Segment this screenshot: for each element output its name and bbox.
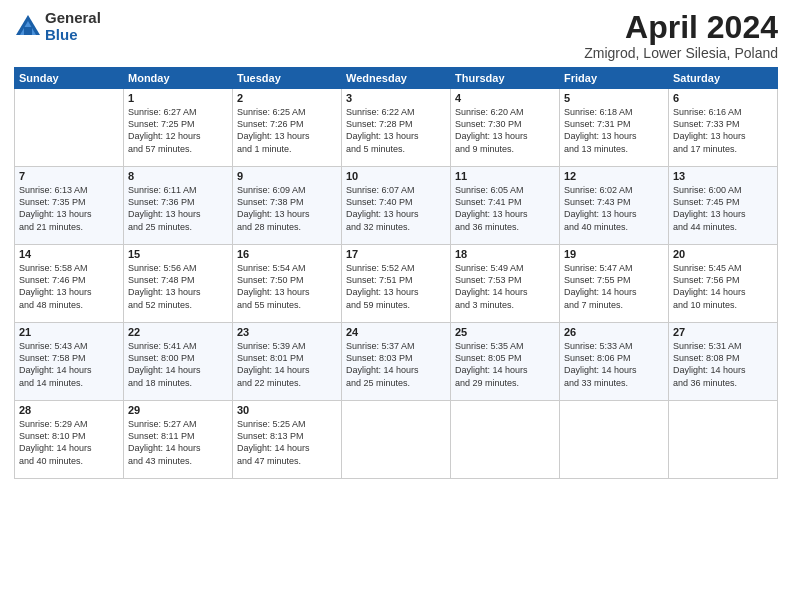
calendar-header-row: SundayMondayTuesdayWednesdayThursdayFrid…: [15, 68, 778, 89]
cell-info: Sunrise: 6:25 AM Sunset: 7:26 PM Dayligh…: [237, 106, 337, 155]
calendar-cell: 1Sunrise: 6:27 AM Sunset: 7:25 PM Daylig…: [124, 89, 233, 167]
day-number: 13: [673, 170, 773, 182]
cell-info: Sunrise: 5:37 AM Sunset: 8:03 PM Dayligh…: [346, 340, 446, 389]
calendar-cell: [669, 401, 778, 479]
calendar-cell: 29Sunrise: 5:27 AM Sunset: 8:11 PM Dayli…: [124, 401, 233, 479]
day-header-wednesday: Wednesday: [342, 68, 451, 89]
day-header-friday: Friday: [560, 68, 669, 89]
calendar-cell: 26Sunrise: 5:33 AM Sunset: 8:06 PM Dayli…: [560, 323, 669, 401]
day-number: 17: [346, 248, 446, 260]
cell-info: Sunrise: 5:29 AM Sunset: 8:10 PM Dayligh…: [19, 418, 119, 467]
calendar-cell: 16Sunrise: 5:54 AM Sunset: 7:50 PM Dayli…: [233, 245, 342, 323]
cell-info: Sunrise: 6:27 AM Sunset: 7:25 PM Dayligh…: [128, 106, 228, 155]
calendar-cell: 15Sunrise: 5:56 AM Sunset: 7:48 PM Dayli…: [124, 245, 233, 323]
cell-info: Sunrise: 5:54 AM Sunset: 7:50 PM Dayligh…: [237, 262, 337, 311]
day-number: 6: [673, 92, 773, 104]
cell-info: Sunrise: 6:09 AM Sunset: 7:38 PM Dayligh…: [237, 184, 337, 233]
cell-info: Sunrise: 5:31 AM Sunset: 8:08 PM Dayligh…: [673, 340, 773, 389]
day-number: 12: [564, 170, 664, 182]
calendar-cell: 12Sunrise: 6:02 AM Sunset: 7:43 PM Dayli…: [560, 167, 669, 245]
cell-info: Sunrise: 6:11 AM Sunset: 7:36 PM Dayligh…: [128, 184, 228, 233]
day-number: 4: [455, 92, 555, 104]
calendar-cell: 20Sunrise: 5:45 AM Sunset: 7:56 PM Dayli…: [669, 245, 778, 323]
day-header-saturday: Saturday: [669, 68, 778, 89]
day-number: 24: [346, 326, 446, 338]
day-number: 27: [673, 326, 773, 338]
day-number: 18: [455, 248, 555, 260]
calendar-cell: [560, 401, 669, 479]
logo-icon: [14, 13, 42, 41]
day-header-monday: Monday: [124, 68, 233, 89]
calendar-week-row: 14Sunrise: 5:58 AM Sunset: 7:46 PM Dayli…: [15, 245, 778, 323]
day-number: 11: [455, 170, 555, 182]
day-number: 29: [128, 404, 228, 416]
logo-general: General: [45, 10, 101, 27]
day-number: 19: [564, 248, 664, 260]
calendar-cell: 17Sunrise: 5:52 AM Sunset: 7:51 PM Dayli…: [342, 245, 451, 323]
calendar-cell: 19Sunrise: 5:47 AM Sunset: 7:55 PM Dayli…: [560, 245, 669, 323]
location-subtitle: Zmigrod, Lower Silesia, Poland: [584, 45, 778, 61]
calendar-cell: 14Sunrise: 5:58 AM Sunset: 7:46 PM Dayli…: [15, 245, 124, 323]
cell-info: Sunrise: 5:33 AM Sunset: 8:06 PM Dayligh…: [564, 340, 664, 389]
cell-info: Sunrise: 5:25 AM Sunset: 8:13 PM Dayligh…: [237, 418, 337, 467]
calendar-cell: [15, 89, 124, 167]
cell-info: Sunrise: 5:56 AM Sunset: 7:48 PM Dayligh…: [128, 262, 228, 311]
calendar-week-row: 21Sunrise: 5:43 AM Sunset: 7:58 PM Dayli…: [15, 323, 778, 401]
calendar-cell: [451, 401, 560, 479]
day-number: 23: [237, 326, 337, 338]
day-number: 9: [237, 170, 337, 182]
calendar-cell: 28Sunrise: 5:29 AM Sunset: 8:10 PM Dayli…: [15, 401, 124, 479]
calendar-cell: 2Sunrise: 6:25 AM Sunset: 7:26 PM Daylig…: [233, 89, 342, 167]
cell-info: Sunrise: 5:41 AM Sunset: 8:00 PM Dayligh…: [128, 340, 228, 389]
logo: General Blue: [14, 10, 101, 43]
title-area: April 2024 Zmigrod, Lower Silesia, Polan…: [584, 10, 778, 61]
calendar-cell: 3Sunrise: 6:22 AM Sunset: 7:28 PM Daylig…: [342, 89, 451, 167]
day-number: 25: [455, 326, 555, 338]
cell-info: Sunrise: 5:58 AM Sunset: 7:46 PM Dayligh…: [19, 262, 119, 311]
calendar-cell: 25Sunrise: 5:35 AM Sunset: 8:05 PM Dayli…: [451, 323, 560, 401]
calendar-cell: 11Sunrise: 6:05 AM Sunset: 7:41 PM Dayli…: [451, 167, 560, 245]
day-number: 22: [128, 326, 228, 338]
calendar-cell: 22Sunrise: 5:41 AM Sunset: 8:00 PM Dayli…: [124, 323, 233, 401]
svg-rect-2: [24, 27, 32, 35]
cell-info: Sunrise: 6:02 AM Sunset: 7:43 PM Dayligh…: [564, 184, 664, 233]
cell-info: Sunrise: 5:45 AM Sunset: 7:56 PM Dayligh…: [673, 262, 773, 311]
calendar-cell: 8Sunrise: 6:11 AM Sunset: 7:36 PM Daylig…: [124, 167, 233, 245]
cell-info: Sunrise: 5:27 AM Sunset: 8:11 PM Dayligh…: [128, 418, 228, 467]
calendar-table: SundayMondayTuesdayWednesdayThursdayFrid…: [14, 67, 778, 479]
day-number: 30: [237, 404, 337, 416]
cell-info: Sunrise: 6:18 AM Sunset: 7:31 PM Dayligh…: [564, 106, 664, 155]
calendar-cell: 23Sunrise: 5:39 AM Sunset: 8:01 PM Dayli…: [233, 323, 342, 401]
cell-info: Sunrise: 6:05 AM Sunset: 7:41 PM Dayligh…: [455, 184, 555, 233]
calendar-cell: 24Sunrise: 5:37 AM Sunset: 8:03 PM Dayli…: [342, 323, 451, 401]
calendar-cell: 5Sunrise: 6:18 AM Sunset: 7:31 PM Daylig…: [560, 89, 669, 167]
calendar-cell: 6Sunrise: 6:16 AM Sunset: 7:33 PM Daylig…: [669, 89, 778, 167]
cell-info: Sunrise: 6:16 AM Sunset: 7:33 PM Dayligh…: [673, 106, 773, 155]
cell-info: Sunrise: 5:52 AM Sunset: 7:51 PM Dayligh…: [346, 262, 446, 311]
cell-info: Sunrise: 6:22 AM Sunset: 7:28 PM Dayligh…: [346, 106, 446, 155]
cell-info: Sunrise: 5:35 AM Sunset: 8:05 PM Dayligh…: [455, 340, 555, 389]
cell-info: Sunrise: 6:00 AM Sunset: 7:45 PM Dayligh…: [673, 184, 773, 233]
calendar-cell: 10Sunrise: 6:07 AM Sunset: 7:40 PM Dayli…: [342, 167, 451, 245]
day-number: 15: [128, 248, 228, 260]
calendar-week-row: 1Sunrise: 6:27 AM Sunset: 7:25 PM Daylig…: [15, 89, 778, 167]
cell-info: Sunrise: 5:49 AM Sunset: 7:53 PM Dayligh…: [455, 262, 555, 311]
calendar-cell: [342, 401, 451, 479]
day-number: 21: [19, 326, 119, 338]
day-number: 7: [19, 170, 119, 182]
cell-info: Sunrise: 5:39 AM Sunset: 8:01 PM Dayligh…: [237, 340, 337, 389]
cell-info: Sunrise: 6:07 AM Sunset: 7:40 PM Dayligh…: [346, 184, 446, 233]
cell-info: Sunrise: 6:20 AM Sunset: 7:30 PM Dayligh…: [455, 106, 555, 155]
day-header-tuesday: Tuesday: [233, 68, 342, 89]
day-number: 14: [19, 248, 119, 260]
calendar-cell: 7Sunrise: 6:13 AM Sunset: 7:35 PM Daylig…: [15, 167, 124, 245]
cell-info: Sunrise: 5:43 AM Sunset: 7:58 PM Dayligh…: [19, 340, 119, 389]
calendar-cell: 9Sunrise: 6:09 AM Sunset: 7:38 PM Daylig…: [233, 167, 342, 245]
day-number: 20: [673, 248, 773, 260]
calendar-cell: 27Sunrise: 5:31 AM Sunset: 8:08 PM Dayli…: [669, 323, 778, 401]
day-number: 10: [346, 170, 446, 182]
calendar-cell: 4Sunrise: 6:20 AM Sunset: 7:30 PM Daylig…: [451, 89, 560, 167]
logo-blue: Blue: [45, 27, 101, 44]
calendar-week-row: 28Sunrise: 5:29 AM Sunset: 8:10 PM Dayli…: [15, 401, 778, 479]
calendar-cell: 30Sunrise: 5:25 AM Sunset: 8:13 PM Dayli…: [233, 401, 342, 479]
